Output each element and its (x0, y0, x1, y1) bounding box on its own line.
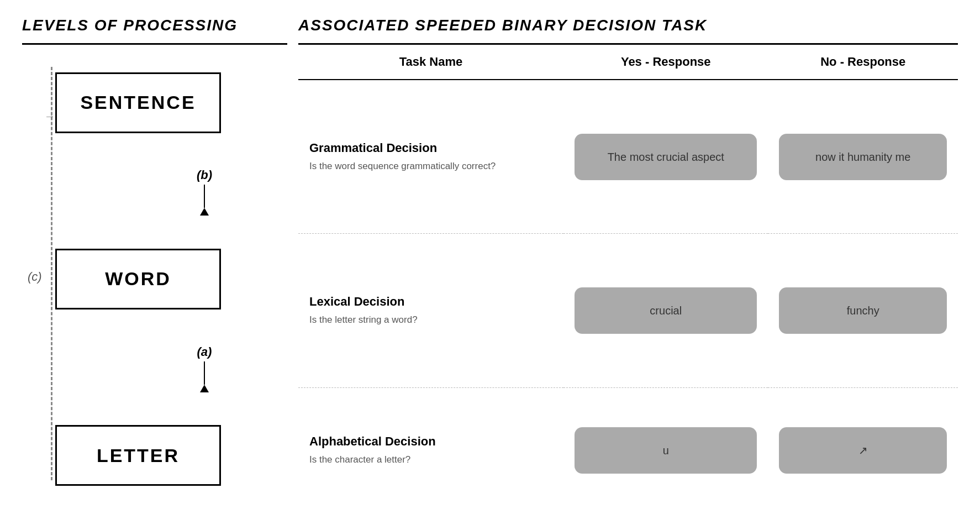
connector-a-line (204, 361, 205, 385)
task-cell-word: Lexical Decision Is the letter string a … (298, 234, 563, 388)
right-panel: ASSOCIATED SPEEDED BINARY DECISION TASK … (287, 17, 958, 513)
task-name-sentence: Grammatical Decision (309, 141, 552, 155)
task-desc-sentence: Is the word sequence grammatically corre… (309, 160, 552, 173)
connector-a: (a) (138, 343, 271, 392)
b-label: (b) (197, 166, 212, 185)
left-panel: LEVELS OF PROCESSING → (c) SENTENCE (b) … (22, 17, 287, 513)
arrow-right-icon: → (44, 110, 55, 123)
no-response-box-word: funchy (779, 287, 947, 334)
table-row-letter: Alphabetical Decision Is the character a… (298, 387, 958, 513)
table-row-word: Lexical Decision Is the letter string a … (298, 234, 958, 388)
table-row-sentence: Grammatical Decision Is the word sequenc… (298, 80, 958, 234)
col-yes-response: Yes - Response (563, 45, 768, 80)
letter-label: LETTER (97, 445, 180, 466)
sentence-label: SENTENCE (80, 92, 196, 113)
letter-box: LETTER (55, 425, 221, 486)
yes-cell-word: crucial (563, 234, 768, 388)
main-container: LEVELS OF PROCESSING → (c) SENTENCE (b) … (22, 17, 958, 513)
task-desc-letter: Is the character a letter? (309, 453, 552, 466)
c-label: (c) (28, 270, 42, 284)
word-label: WORD (105, 268, 171, 290)
task-cell-sentence: Grammatical Decision Is the word sequenc… (298, 80, 563, 234)
diagram-area: → (c) SENTENCE (b) WORD (a) (22, 45, 287, 513)
yes-cell-sentence: The most crucial aspect (563, 80, 768, 234)
task-name-letter: Alphabetical Decision (309, 434, 552, 449)
task-table: Task Name Yes - Response No - Response G… (298, 45, 958, 513)
task-name-word: Lexical Decision (309, 295, 552, 309)
connector-b-line (204, 185, 205, 208)
a-label: (a) (197, 343, 212, 361)
no-response-box-sentence: now it humanity me (779, 134, 947, 180)
yes-response-box-sentence: The most crucial aspect (575, 134, 757, 180)
no-cell-sentence: now it humanity me (768, 80, 958, 234)
table-header-row: Task Name Yes - Response No - Response (298, 45, 958, 80)
yes-response-box-word: crucial (575, 287, 757, 334)
word-box: WORD (55, 249, 221, 309)
dashed-line-icon (51, 67, 52, 480)
col-task-name: Task Name (298, 45, 563, 80)
col-no-response: No - Response (768, 45, 958, 80)
right-title: ASSOCIATED SPEEDED BINARY DECISION TASK (298, 17, 958, 34)
no-response-box-letter: ↗ (779, 427, 947, 474)
no-cell-word: funchy (768, 234, 958, 388)
sentence-box: SENTENCE (55, 72, 221, 133)
left-title: LEVELS OF PROCESSING (22, 17, 287, 34)
no-cell-letter: ↗ (768, 387, 958, 513)
task-desc-word: Is the letter string a word? (309, 313, 552, 327)
yes-response-box-letter: u (575, 427, 757, 474)
connector-b: (b) (138, 166, 271, 216)
yes-cell-letter: u (563, 387, 768, 513)
arrow-b-up-icon (200, 208, 209, 216)
arrow-a-up-icon (200, 385, 209, 392)
task-cell-letter: Alphabetical Decision Is the character a… (298, 387, 563, 513)
